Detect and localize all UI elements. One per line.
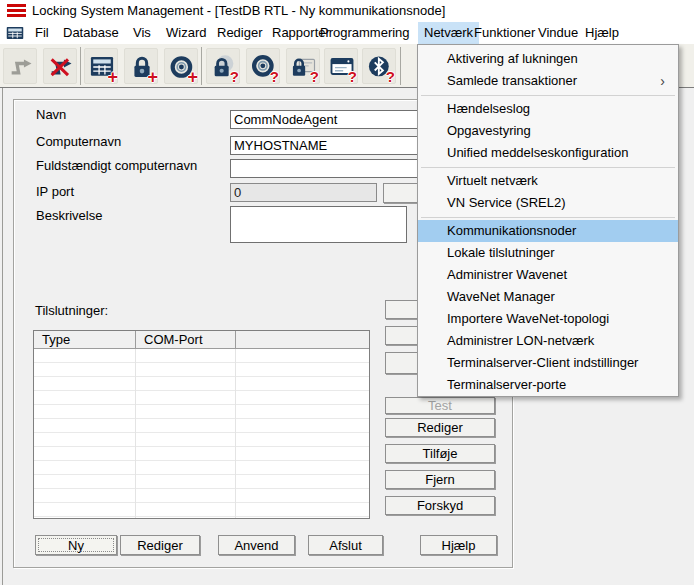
beskrivelse-textarea[interactable] [230,206,407,243]
menu-item-label: WaveNet Manager [447,289,555,304]
menu-item-wavenet-manager[interactable]: WaveNet Manager [418,286,678,308]
toolbar-separator [80,47,81,85]
menu-item-label: Importere WaveNet-topologi [447,311,609,326]
ny-button[interactable]: Ny [35,535,117,555]
connections-table[interactable]: Type COM-Port [33,330,370,519]
menu-item-terminalserver-client-indstillinger[interactable]: Terminalserver-Client indstillinger [418,352,678,374]
connections-table-header: Type COM-Port [34,331,369,349]
programming-arrow-button[interactable] [3,48,37,84]
zigzag-arrow-x-icon [47,53,75,81]
read-transponder-button[interactable]: ? [246,48,280,84]
menu-item-label: Hændelseslog [447,101,530,116]
menu-item-label: Administrer LON-netværk [447,333,594,348]
column-divider [235,349,236,518]
column-header-blank[interactable] [236,331,369,348]
menu-item-label: Samlede transaktioner [447,73,577,88]
read-lock-card-button[interactable]: ? [286,48,320,84]
frame-edge [2,88,3,585]
menu-item-label: Administrer Wavenet [447,267,567,282]
beskrivelse-label: Beskrivelse [36,208,102,224]
menu-item-opgavestyring[interactable]: Opgavestyring [418,120,678,142]
question-overlay: ? [310,69,319,84]
connections-table-body[interactable] [34,349,369,518]
new-locking-system-button[interactable]: + [84,48,118,84]
navn-label: Navn [36,107,66,123]
plus-overlay: + [187,68,198,86]
menubar-item-rediger[interactable]: Rediger [211,22,269,44]
new-lock-button[interactable]: + [124,48,158,84]
menu-item-vn-service-srel2[interactable]: VN Service (SREL2) [418,192,678,214]
menu-item-label: Aktivering af lukningen [447,51,578,66]
menu-item-label: Terminalserver-Client indstillinger [447,355,638,370]
app-logo-icon [7,4,26,18]
submenu-arrow-icon: › [660,70,665,92]
hjaelp-button[interactable]: Hjælp [420,535,497,555]
column-divider [135,349,136,518]
computernavn-label: Computernavn [36,134,121,150]
menu-item-label: Kommunikationsnoder [447,223,576,238]
column-header-com-port[interactable]: COM-Port [136,331,236,348]
read-bluetooth-button[interactable]: ? [362,48,396,84]
menu-item-label: Virtuelt netværk [447,173,538,188]
read-network-node-button[interactable]: ? [324,48,358,84]
zigzag-arrow-icon [7,53,35,81]
tilfoeje-button[interactable]: Tilføje [385,444,495,463]
menu-item-label: Terminalserver-porte [447,377,566,392]
test-button[interactable]: Test [385,397,495,414]
menubar-item-funktioner[interactable]: Funktioner [468,22,541,44]
plus-overlay: + [147,68,158,86]
fjern-button[interactable]: Fjern [385,470,495,489]
menu-item-unified-meddelseskonfiguration[interactable]: Unified meddelseskonfiguration [418,142,678,164]
toolbar-separator [201,47,202,85]
menu-item-importere-wavenet-topologi[interactable]: Importere WaveNet-topologi [418,308,678,330]
ip-port-label: IP port [36,184,74,200]
menu-item-label: VN Service (SREL2) [447,195,565,210]
menu-item-administrer-wavenet[interactable]: Administrer Wavenet [418,264,678,286]
read-lock-button[interactable]: ? [206,48,240,84]
menu-item-haendelseslog[interactable]: Hændelseslog [418,98,678,120]
menu-item-label: Unified meddelseskonfiguration [447,145,628,160]
cancel-programming-button[interactable] [43,48,77,84]
rediger-side-button[interactable]: Rediger [385,418,495,437]
menu-item-samlede-transaktioner[interactable]: Samlede transaktioner › [418,70,678,92]
menu-item-label: Opgavestyring [447,123,531,138]
tilslutninger-label: Tilslutninger: [35,303,108,318]
rediger-bottom-button[interactable]: Rediger [120,535,200,555]
menu-item-virtuelt-netvaerk[interactable]: Virtuelt netværk [418,170,678,192]
menubar-item-wizard[interactable]: Wizard [160,22,212,44]
menubar-item-database[interactable]: Database [57,22,125,44]
fuldstaendigt-computernavn-label: Fuldstændigt computernavn [36,158,197,174]
forskyd-button[interactable]: Forskyd [385,496,495,515]
plus-overlay: + [107,68,118,86]
afslut-button[interactable]: Afslut [308,535,383,555]
mdi-child-system-icon[interactable] [6,26,24,40]
question-overlay: ? [230,69,239,84]
anvend-button[interactable]: Anvend [218,535,295,555]
question-overlay: ? [270,69,279,84]
titlebar: Locking System Management - [TestDB RTL … [0,0,694,22]
menubar-item-fil[interactable]: Fil [29,22,55,44]
menubar-item-programmering[interactable]: Programmering [314,22,416,44]
menu-item-lokale-tilslutninger[interactable]: Lokale tilslutninger [418,242,678,264]
new-transponder-button[interactable]: + [164,48,198,84]
menu-item-aktivering-af-lukningen[interactable]: Aktivering af lukningen [418,48,678,70]
menu-item-kommunikationsnoder[interactable]: Kommunikationsnoder [418,220,678,242]
column-header-type[interactable]: Type [34,331,136,348]
menu-item-terminalserver-porte[interactable]: Terminalserver-porte [418,374,678,396]
window-title: Locking System Management - [TestDB RTL … [32,0,445,22]
menu-item-label: Lokale tilslutninger [447,245,555,260]
menubar-item-vis[interactable]: Vis [127,22,157,44]
question-overlay: ? [386,69,395,84]
ip-port-input[interactable] [230,183,377,202]
menubar: Fil Database Vis Wizard Rediger Rapporte… [0,22,694,44]
menu-item-administrer-lon-netvaerk[interactable]: Administrer LON-netværk [418,330,678,352]
toolbar-separator [400,47,401,85]
app-window: Locking System Management - [TestDB RTL … [0,0,694,585]
netvaerk-dropdown-menu: Aktivering af lukningen Samlede transakt… [417,44,679,397]
menubar-item-hjaelp[interactable]: Hjælp [579,22,625,44]
menubar-item-vindue[interactable]: Vindue [532,22,584,44]
question-overlay: ? [348,69,357,84]
